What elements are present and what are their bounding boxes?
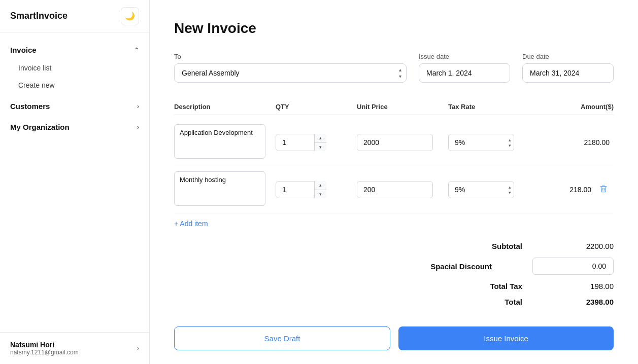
due-date-label: Due date — [522, 53, 614, 60]
col-amount: Amount($) — [540, 103, 614, 111]
footer-actions: Save Draft Issue Invoice — [174, 326, 614, 350]
row2-qty-wrapper: ▴ ▾ — [276, 181, 326, 198]
subtotal-row: Subtotal 2200.00 — [174, 242, 614, 250]
row2-tax-cell: 9% ▴ ▾ — [448, 181, 540, 198]
row1-qty-cell: ▴ ▾ — [276, 134, 357, 151]
subtotal-label: Subtotal — [441, 242, 522, 250]
discount-label: Spacial Discount — [411, 262, 492, 271]
my-organization-chevron-icon: › — [137, 124, 139, 131]
discount-row: Spacial Discount — [174, 258, 614, 275]
subtotal-value: 2200.00 — [563, 242, 614, 250]
row1-tax-cell: 9% ▴ ▾ — [448, 134, 540, 151]
invoice-section: Invoice ⌃ Invoice list Create new — [0, 41, 149, 94]
row2-amount-cell: 218.00 — [540, 183, 614, 197]
row2-qty-down-button[interactable]: ▾ — [315, 190, 326, 199]
issue-date-input[interactable] — [419, 63, 510, 83]
row1-qty-arrows: ▴ ▾ — [314, 134, 326, 151]
col-tax-rate: Tax Rate — [448, 103, 540, 111]
issue-invoice-button[interactable]: Issue Invoice — [398, 326, 614, 350]
row2-qty-arrows: ▴ ▾ — [314, 181, 326, 198]
sidebar-item-customers[interactable]: Customers › — [0, 96, 149, 117]
due-date-input[interactable] — [522, 63, 614, 83]
invoice-meta-row: To General Assembly ▴ ▾ Issue date Due d… — [174, 53, 614, 83]
row2-delete-button[interactable] — [597, 183, 610, 197]
issue-date-label: Issue date — [419, 53, 510, 60]
table-row: Application Development ▴ ▾ 9% ▴ ▾ — [174, 119, 614, 166]
customers-chevron-icon: › — [137, 103, 139, 110]
add-item-button[interactable]: + Add item — [174, 213, 208, 234]
table-row: Monthly hosting ▴ ▾ 9% ▴ ▾ — [174, 166, 614, 213]
row2-unit-price-input[interactable] — [357, 181, 433, 198]
row2-description-input[interactable]: Monthly hosting — [174, 171, 265, 206]
sidebar-nav: Invoice ⌃ Invoice list Create new Custom… — [0, 32, 149, 332]
row2-tax-select-wrapper: 9% ▴ ▾ — [448, 181, 514, 198]
row1-amount-value: 2180.00 — [584, 138, 610, 147]
user-info: Natsumi Hori natsmy.1211@gmail.com — [10, 341, 79, 356]
total-value: 2398.00 — [563, 298, 614, 306]
total-tax-value: 198.00 — [563, 282, 614, 290]
sidebar: SmartInvoice 🌙 Invoice ⌃ Invoice list Cr… — [0, 0, 150, 364]
app-logo: SmartInvoice — [10, 11, 68, 21]
invoice-section-header[interactable]: Invoice ⌃ — [0, 41, 149, 59]
row1-tax-select[interactable]: 9% — [448, 134, 514, 151]
row1-amount-cell: 2180.00 — [540, 138, 614, 147]
row1-qty-down-button[interactable]: ▾ — [315, 143, 326, 152]
invoice-chevron-up-icon: ⌃ — [134, 47, 139, 54]
user-name: Natsumi Hori — [10, 341, 79, 349]
row2-description-cell: Monthly hosting — [174, 171, 276, 208]
row1-tax-select-wrapper: 9% ▴ ▾ — [448, 134, 514, 151]
row2-unit-price-cell — [357, 181, 448, 198]
due-date-group: Due date — [522, 53, 614, 83]
to-select[interactable]: General Assembly — [174, 63, 407, 83]
to-select-wrapper: General Assembly ▴ ▾ — [174, 63, 407, 83]
row2-qty-cell: ▴ ▾ — [276, 181, 357, 198]
sidebar-item-create-new[interactable]: Create new — [0, 77, 149, 94]
user-email: natsmy.1211@gmail.com — [10, 349, 79, 356]
user-profile-chevron-icon: › — [137, 345, 139, 352]
col-qty: QTY — [276, 103, 357, 111]
sidebar-item-my-organization[interactable]: My Organization › — [0, 117, 149, 137]
main-content: New Invoice To General Assembly ▴ ▾ Issu… — [150, 0, 638, 364]
sidebar-item-invoice-list[interactable]: Invoice list — [0, 59, 149, 77]
row2-amount-value: 218.00 — [569, 186, 591, 194]
row1-unit-price-cell — [357, 134, 448, 151]
issue-date-group: Issue date — [419, 53, 510, 83]
save-draft-button[interactable]: Save Draft — [174, 326, 390, 350]
totals-section: Subtotal 2200.00 Spacial Discount Total … — [174, 242, 614, 306]
page-title: New Invoice — [174, 20, 614, 37]
invoice-section-label: Invoice — [10, 46, 37, 54]
dark-mode-button[interactable]: 🌙 — [121, 7, 139, 25]
user-profile[interactable]: Natsumi Hori natsmy.1211@gmail.com › — [0, 332, 149, 364]
total-tax-label: Total Tax — [441, 282, 522, 290]
row2-qty-up-button[interactable]: ▴ — [315, 181, 326, 190]
col-description: Description — [174, 103, 276, 111]
row2-tax-select[interactable]: 9% — [448, 181, 514, 198]
row1-description-input[interactable]: Application Development — [174, 124, 265, 159]
to-label: To — [174, 53, 407, 60]
col-unit-price: Unit Price — [357, 103, 448, 111]
to-field-group: To General Assembly ▴ ▾ — [174, 53, 407, 83]
row1-unit-price-input[interactable] — [357, 134, 433, 151]
table-header: Description QTY Unit Price Tax Rate Amou… — [174, 99, 614, 115]
total-row: Total 2398.00 — [174, 298, 614, 306]
row1-description-cell: Application Development — [174, 124, 276, 161]
row1-qty-up-button[interactable]: ▴ — [315, 134, 326, 143]
discount-input[interactable] — [532, 258, 614, 275]
row1-qty-wrapper: ▴ ▾ — [276, 134, 326, 151]
total-label: Total — [441, 298, 522, 306]
sidebar-header: SmartInvoice 🌙 — [0, 0, 149, 32]
total-tax-row: Total Tax 198.00 — [174, 282, 614, 290]
